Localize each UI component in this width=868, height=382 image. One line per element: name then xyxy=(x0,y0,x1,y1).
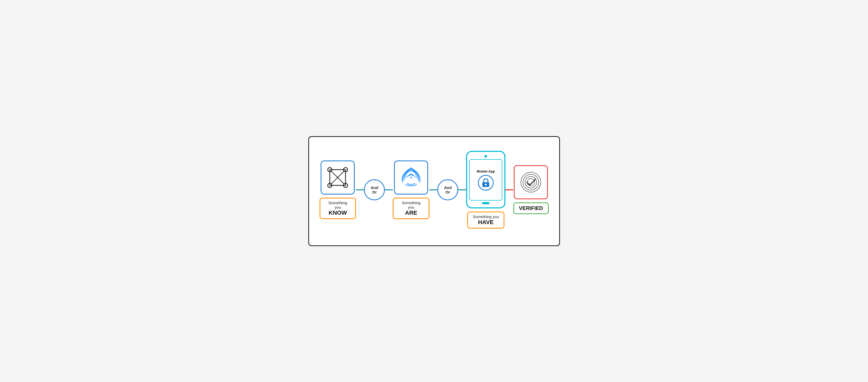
verified-check-icon xyxy=(519,170,542,194)
know-item: Something you KNOW xyxy=(319,161,356,219)
connector-4 xyxy=(458,189,466,190)
lock-circle xyxy=(478,175,494,190)
connector-red xyxy=(505,189,513,190)
have-label-box: Something you HAVE xyxy=(467,212,504,229)
are-label-line2: ARE xyxy=(398,209,424,216)
svg-point-13 xyxy=(527,179,534,186)
diagram-container: Something you KNOW And Or xyxy=(308,136,560,246)
verified-label-box: VERIFIED xyxy=(513,202,549,214)
connector-3 xyxy=(429,189,437,190)
have-label-line2: HAVE xyxy=(473,219,499,226)
fingerprint-icon xyxy=(399,166,423,189)
phone-icon: Mobile App xyxy=(466,151,505,208)
svg-point-9 xyxy=(485,183,487,185)
connector-1 xyxy=(356,189,364,190)
phone-label: Mobile App xyxy=(476,169,495,173)
phone-home-button xyxy=(482,202,490,204)
andor-circle-1: And Or xyxy=(364,179,385,200)
andor2-line1: And xyxy=(444,185,452,190)
andor2-line2: Or xyxy=(445,190,450,194)
know-label-box: Something you KNOW xyxy=(319,198,356,219)
verified-item: VERIFIED xyxy=(513,165,549,214)
svg-point-7 xyxy=(410,177,412,178)
phone-screen: Mobile App xyxy=(469,159,502,201)
andor1-line2: Or xyxy=(372,190,377,194)
are-label-line1: Something you xyxy=(398,201,424,209)
know-label-line2: KNOW xyxy=(325,209,351,216)
have-label-line1: Something you xyxy=(473,214,499,219)
svg-point-10 xyxy=(521,172,541,192)
lock-icon xyxy=(481,178,490,188)
andor-circle-2: And Or xyxy=(437,179,458,200)
know-icon-box xyxy=(321,161,355,195)
are-icon-box xyxy=(394,161,428,195)
main-row: Something you KNOW And Or xyxy=(319,151,549,229)
grid-network-icon xyxy=(326,166,349,189)
are-label-box: Something you ARE xyxy=(393,198,429,219)
verified-label-text: VERIFIED xyxy=(519,205,543,211)
verified-icon-box xyxy=(514,165,548,199)
phone-dot xyxy=(485,155,487,158)
are-item: Something you ARE xyxy=(393,161,429,219)
andor1-line1: And xyxy=(371,185,378,190)
connector-2 xyxy=(385,189,393,190)
know-label-line1: Something you xyxy=(325,201,351,209)
have-item: Mobile App Something you HAVE xyxy=(466,151,505,229)
